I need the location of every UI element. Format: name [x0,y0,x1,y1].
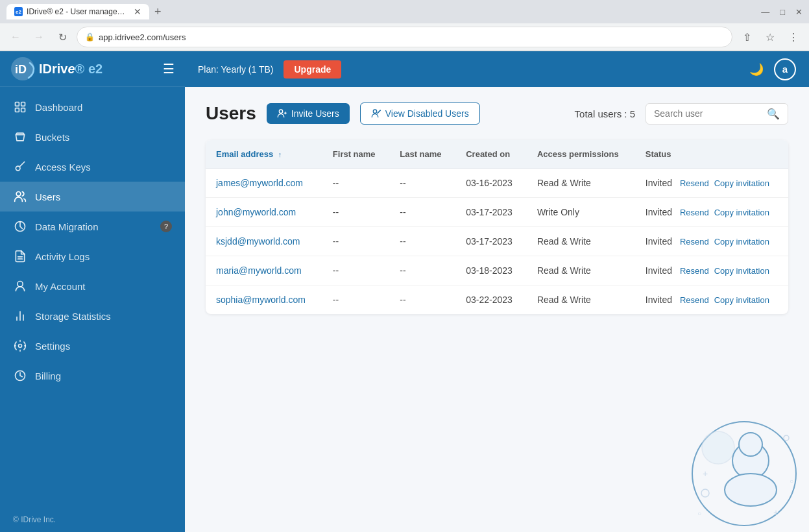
email-link-0[interactable]: james@myworld.com [216,178,303,188]
email-link-1[interactable]: john@myworld.com [216,207,296,217]
col-created-on: Created on [455,140,527,169]
svg-point-20 [373,110,376,113]
cell-access-1: Write Only [527,198,635,227]
copy-invitation-link-4[interactable]: Copy invitation [714,295,769,305]
main-area: Plan: Yearly (1 TB) Upgrade 🌙 a Users In… [185,51,809,532]
svg-point-28 [784,435,789,441]
logo-icon: iD [10,56,35,81]
share-btn[interactable]: ⇧ [738,28,756,46]
search-input[interactable] [654,108,762,119]
sidebar-label-access-keys: Access Keys [35,162,91,173]
cell-access-0: Read & Write [527,169,635,198]
top-bar: Plan: Yearly (1 TB) Upgrade 🌙 a [185,51,809,87]
cell-first-name-1: -- [322,198,389,227]
cell-created-on-2: 03-17-2023 [455,227,527,256]
menu-btn[interactable]: ⋮ [784,28,803,46]
status-badge-4: Invited [646,295,672,305]
sidebar-item-storage-statistics[interactable]: Storage Statistics [0,301,185,331]
sidebar-label-settings: Settings [35,341,70,352]
cell-created-on-0: 03-16-2023 [455,169,527,198]
invite-users-button[interactable]: Invite Users [267,103,350,124]
email-link-3[interactable]: maria@myworld.com [216,265,302,276]
resend-link-1[interactable]: Resend [680,208,709,217]
resend-link-4[interactable]: Resend [680,295,709,305]
sidebar-item-settings[interactable]: Settings [0,331,185,361]
sidebar-item-access-keys[interactable]: Access Keys [0,152,185,182]
cell-last-name-4: -- [389,285,455,315]
svg-rect-5 [21,108,25,112]
view-disabled-label: View Disabled Users [385,108,469,119]
copy-invitation-link-1[interactable]: Copy invitation [714,208,769,217]
cell-created-on-3: 03-18-2023 [455,256,527,285]
search-bar[interactable]: 🔍 [646,103,788,125]
user-avatar[interactable]: a [774,58,796,80]
svg-text:+: + [703,468,708,479]
sidebar-item-billing[interactable]: Billing [0,361,185,391]
table-row: ksjdd@myworld.com -- -- 03-17-2023 Read … [206,227,788,256]
svg-point-22 [692,422,796,526]
copy-invitation-link-3[interactable]: Copy invitation [714,266,769,276]
resend-link-3[interactable]: Resend [680,266,709,276]
copy-invitation-link-0[interactable]: Copy invitation [714,178,769,188]
col-email[interactable]: Email address ↑ [206,140,322,169]
cell-first-name-3: -- [322,256,389,285]
dashboard-icon [13,100,27,114]
cell-status-0: Invited Resend Copy invitation [635,169,788,198]
search-icon: 🔍 [767,108,780,120]
bookmark-btn[interactable]: ☆ [761,28,779,46]
col-status: Status [635,140,788,169]
svg-text:○: ○ [790,478,793,485]
forward-btn[interactable]: → [30,28,48,46]
svg-point-24 [732,442,769,479]
svg-point-25 [725,474,777,506]
url-display: app.idrivee2.com/users [99,32,724,42]
invite-icon [277,108,287,119]
sidebar-item-activity-logs[interactable]: Activity Logs [0,241,185,271]
resend-link-2[interactable]: Resend [680,237,709,247]
hamburger-btn[interactable]: ☰ [163,61,175,77]
sidebar-item-users[interactable]: Users [0,182,185,212]
cell-first-name-0: -- [322,169,389,198]
status-badge-2: Invited [646,236,672,247]
cell-email-1: john@myworld.com [206,198,322,227]
sidebar-item-my-account[interactable]: My Account [0,271,185,301]
close-btn[interactable]: ✕ [795,7,803,17]
billing-icon [13,369,27,383]
svg-line-21 [377,110,380,114]
dark-mode-btn[interactable]: 🌙 [749,62,764,77]
upgrade-button[interactable]: Upgrade [284,60,341,79]
view-disabled-button[interactable]: View Disabled Users [360,103,480,125]
sidebar-item-dashboard[interactable]: Dashboard [0,92,185,122]
maximize-btn[interactable]: □ [780,7,785,17]
plan-info: Plan: Yearly (1 TB) [198,64,273,75]
reload-btn[interactable]: ↻ [53,28,71,46]
email-link-2[interactable]: ksjdd@myworld.com [216,236,300,247]
cell-email-2: ksjdd@myworld.com [206,227,322,256]
sidebar-item-buckets[interactable]: Buckets [0,122,185,152]
sidebar-item-data-migration[interactable]: Data Migration ? [0,212,185,241]
copy-invitation-link-2[interactable]: Copy invitation [714,237,769,247]
cell-last-name-1: -- [389,198,455,227]
users-table: Email address ↑ First name Last name Cre… [206,140,788,314]
browser-tab[interactable]: e2 IDrive® e2 - User management ✕ [6,4,149,19]
tab-close-btn[interactable]: ✕ [134,6,141,17]
minimize-btn[interactable]: — [761,7,769,17]
total-users-count: Total users : 5 [575,108,635,119]
svg-point-23 [702,431,734,464]
sidebar-footer: © IDrive Inc. [0,507,185,532]
email-link-4[interactable]: sophia@myworld.com [216,295,306,305]
address-bar[interactable]: 🔒 app.idrivee2.com/users [77,27,732,47]
svg-point-15 [19,345,22,348]
svg-point-27 [701,489,709,497]
footer-text: © IDrive Inc. [13,515,56,524]
cell-first-name-4: -- [322,285,389,315]
browser-toolbar: ← → ↻ 🔒 app.idrivee2.com/users ⇧ ☆ ⋮ [0,23,809,51]
new-tab-btn[interactable]: + [154,5,162,19]
users-icon [13,189,27,204]
sidebar-label-billing: Billing [35,370,61,381]
back-btn[interactable]: ← [6,28,25,46]
cell-email-0: james@myworld.com [206,169,322,198]
resend-link-0[interactable]: Resend [680,178,709,188]
sidebar-logo: iD IDrive® e2 [10,56,103,81]
status-badge-0: Invited [646,178,672,188]
